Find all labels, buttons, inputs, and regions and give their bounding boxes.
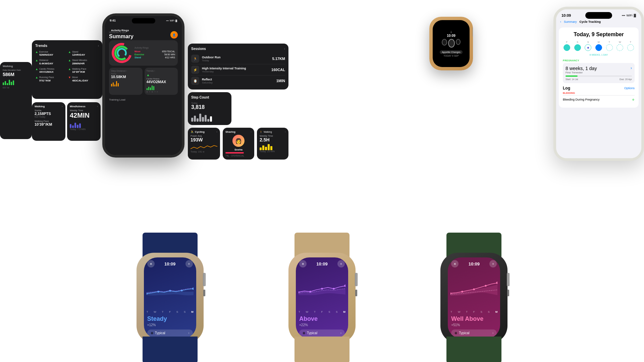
cal-w-label: W bbox=[616, 41, 624, 43]
run-value: 5.17KM bbox=[272, 57, 285, 61]
log-options[interactable]: Options bbox=[624, 86, 635, 90]
step-distance-mini[interactable]: Step Distance › Today 10.58KM bbox=[109, 68, 143, 95]
run-when: Today bbox=[202, 59, 269, 62]
pregnancy-dates: Start: 14 Jul Due: 20 Apr bbox=[566, 78, 632, 80]
watch2-status-main: Above bbox=[299, 315, 345, 322]
watch1-typical-btn[interactable]: ⊕ Typical › bbox=[147, 329, 193, 337]
cal-w-circle bbox=[616, 44, 623, 51]
walking2-widget[interactable]: 🚶 Walking › Weekly Time 2.5H Today: 25 M… bbox=[257, 128, 288, 160]
trends-up-icon: ▲ bbox=[147, 73, 150, 77]
watch2-menu-btn[interactable]: ≡ bbox=[337, 260, 345, 267]
watch3-x-btn[interactable]: ✕ bbox=[451, 260, 459, 267]
status-time: 9:41 bbox=[110, 19, 116, 22]
w2-m: M bbox=[343, 310, 345, 313]
activity-rings-title: Activity Rings bbox=[111, 29, 129, 32]
svg-point-7 bbox=[321, 288, 323, 290]
trend-stand-value: 12HR/DAY bbox=[72, 53, 85, 57]
walk-pace-label: Walking Pace bbox=[35, 120, 63, 122]
sharing-widget[interactable]: Sharing › 👩 Sneha 74L · 370/500CAL bbox=[223, 128, 254, 160]
watch2-typical-btn[interactable]: ⊕ Typical › bbox=[299, 329, 345, 337]
w2-b1 bbox=[260, 147, 262, 150]
weeks-label: 8 WEEKS, 1 DAY bbox=[563, 54, 635, 56]
cycle-back-btn[interactable]: ‹ bbox=[560, 20, 561, 23]
walking2-title-row: 🚶 Walking bbox=[260, 130, 272, 133]
bubble-2 bbox=[448, 39, 455, 48]
activity-rings-card[interactable]: Activity Rings Activity Rings Move 855/7… bbox=[109, 40, 178, 66]
td-t: T bbox=[149, 91, 150, 93]
trends-card-bottom[interactable]: Walking › Sneha 2,158PTS 514 Today Walki… bbox=[32, 102, 65, 141]
walking2-value: 2.5H bbox=[260, 137, 286, 142]
watch-screen-small: i 10:09 Appetite Changes TODAY 9 SEP bbox=[433, 20, 470, 67]
summary-avatar[interactable]: 👤 bbox=[170, 31, 178, 39]
trend-move: ▼ Move 483CAL/DAY bbox=[68, 76, 99, 82]
rings-stand-row: Stand 4/12 HRS bbox=[135, 56, 175, 59]
sc-bar-4 bbox=[199, 114, 201, 122]
cycling-widget[interactable]: 🚴 Cycling › Power Avg. 193W Today: 191 w bbox=[188, 128, 220, 160]
w3-w: W bbox=[458, 310, 461, 313]
sneha-label: Sneha bbox=[35, 109, 63, 112]
cycle-main-card: Today, 9 September F S S bbox=[559, 27, 639, 108]
watch3-typical-btn[interactable]: ⊕ Typical › bbox=[451, 329, 497, 337]
walking-card-left[interactable]: Walking Daily Elevation Gain 586M 657 M bbox=[0, 62, 32, 139]
sharing-avatar-icon: 👩 bbox=[235, 138, 242, 144]
appetite-btn: Appetite Changes bbox=[440, 50, 463, 54]
sharing-avatar: 👩 bbox=[232, 135, 245, 147]
cal-day-s2: S bbox=[584, 41, 592, 51]
w2-w: W bbox=[306, 310, 309, 313]
m-bar-4 bbox=[77, 125, 78, 128]
walking-sub: 657 M bbox=[3, 86, 29, 89]
log-item-bleeding[interactable]: Bleeding During Pregnancy + bbox=[563, 95, 635, 104]
watch-container-3: ✕ 10:09 ≡ bbox=[437, 253, 511, 355]
cal-t2-circle bbox=[627, 44, 634, 51]
watch1-x-btn[interactable]: ✕ bbox=[147, 260, 155, 267]
trend-stand: ▲ Stand 12HR/DAY bbox=[68, 50, 99, 57]
hiit-title: High Intensity Interval Training bbox=[202, 67, 269, 70]
watch2-pct: +22% bbox=[299, 323, 345, 327]
step-count-widget[interactable]: Step Count Today 3,818 bbox=[188, 92, 231, 125]
watch3-typical-arrow: › bbox=[492, 331, 493, 335]
trends-mini[interactable]: Trends › ▲ Cardio Fitness 44VO2MAX bbox=[145, 68, 178, 95]
m-bar-2 bbox=[72, 125, 74, 128]
w2-t2: T bbox=[314, 310, 316, 313]
trend-up-icon2: ▲ bbox=[68, 50, 71, 54]
watch1-menu-btn[interactable]: ≡ bbox=[185, 260, 193, 267]
mini-cards-row: Step Distance › Today 10.58KM bbox=[109, 68, 178, 95]
t-bar-5 bbox=[153, 86, 154, 90]
cal-day-t1: T bbox=[605, 41, 613, 51]
trend-walkpace-label: Walking Pace bbox=[72, 67, 87, 70]
trends-mini-indicator: ▲ bbox=[147, 73, 176, 77]
widgets-row3: 🚴 Cycling › Power Avg. 193W Today: 191 w… bbox=[188, 128, 288, 160]
watch3-crown bbox=[507, 273, 509, 286]
preg-due: Due: 20 Apr bbox=[620, 78, 632, 80]
watch-crown-small bbox=[473, 27, 473, 37]
walking2-header: 🚶 Walking › bbox=[260, 130, 286, 133]
watch-small-i: i bbox=[451, 31, 451, 34]
trends-card-top[interactable]: Trends › ▲ Exercise 52MIN/DAY ▲ Stand 12… bbox=[32, 40, 102, 99]
reflect-title: Reflect bbox=[202, 78, 274, 81]
w3-m: M bbox=[495, 310, 498, 313]
iphone-right-body: 10:09 ▪▪▪ WiFi ▓ ‹ Summary Cycle Trackin… bbox=[553, 7, 644, 161]
mindfulness-card[interactable]: Mindfulness › Weekly Time 42MIN Today: 7… bbox=[67, 102, 101, 141]
trends-mini-title: Trends › bbox=[147, 70, 176, 72]
sessions-widget[interactable]: Sessions › 🏃 Outdoor Run Today 5.17KM ⚡ … bbox=[188, 44, 288, 89]
pregnancy-card[interactable]: 8 weeks, 1 day First Trimester › Star bbox=[563, 63, 635, 83]
watch3-chart bbox=[448, 269, 500, 310]
w2-b5 bbox=[270, 146, 272, 150]
watch3-menu-btn[interactable]: ≡ bbox=[489, 260, 497, 267]
w3-t: T bbox=[450, 310, 452, 313]
watch1-typical-inner: ⊕ Typical bbox=[151, 331, 165, 335]
watch2-x-btn[interactable]: ✕ bbox=[299, 260, 307, 267]
trend-dist-label: Distance bbox=[39, 59, 53, 62]
sd-bar-3 bbox=[114, 84, 115, 86]
iphone-main: 9:41 ▪▪▪ WiFi ▓ MONDAY 9 SEP Summary bbox=[102, 13, 184, 158]
log-item-add-icon[interactable]: + bbox=[632, 97, 635, 102]
w1-t: T bbox=[147, 310, 148, 313]
run-icon: 🏃 bbox=[191, 55, 199, 63]
td-f: F bbox=[157, 91, 158, 93]
watch2-screen: ✕ 10:09 ≡ bbox=[296, 257, 348, 339]
td-t2: T bbox=[154, 91, 155, 93]
watch2-status: Above +22% ⊕ Typical › bbox=[296, 313, 348, 339]
summary-header: MONDAY 9 SEP Summary 👤 bbox=[109, 31, 178, 40]
wifi-icon: WiFi bbox=[170, 19, 174, 22]
watch2-days: T W T F S S M bbox=[296, 310, 348, 313]
